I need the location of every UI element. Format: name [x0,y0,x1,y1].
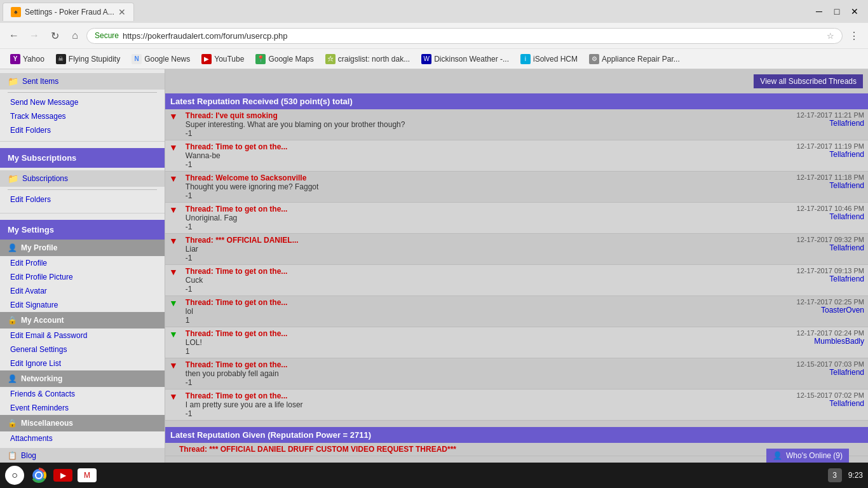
edit-folders-link-2[interactable]: Edit Folders [0,193,165,207]
sent-items-link[interactable]: Sent Items [22,77,58,86]
event-reminders-link[interactable]: Event Reminders [0,401,165,415]
bookmark-star-icon[interactable]: ☆ [827,31,834,41]
maximize-button[interactable]: □ [829,3,845,20]
extensions-button[interactable]: ⋮ [845,27,863,44]
sidebar: 📁 Sent Items Send New Message Track Mess… [0,69,165,488]
rep-user-link[interactable]: Tellafriend [829,150,864,159]
rep-user-link[interactable]: Tellafriend [829,119,864,128]
subscriptions-row: 📁 Subscriptions [0,170,165,187]
rep-thread-link[interactable]: Thread: Time to get on the... [186,329,287,338]
edit-email-password-link[interactable]: Edit Email & Password [0,329,165,342]
rep-user-link[interactable]: Tellafriend [829,181,864,190]
rep-given-table: Thread: *** OFFICIAL DANIEL DRUFF CUSTOM… [165,443,868,456]
edit-folders-link-1[interactable]: Edit Folders [0,123,165,137]
rep-received-header: Latest Reputation Received (530 point(s)… [165,93,868,109]
edit-ignore-list-link[interactable]: Edit Ignore List [0,356,165,370]
rep-user-link[interactable]: Tellafriend [829,368,864,377]
tab-close-button[interactable]: ✕ [118,7,126,17]
rep-content-cell: Thread: Time to get on the... Unoriginal… [182,203,697,234]
rep-thread-link[interactable]: Thread: Welcome to Sacksonville [186,173,307,182]
blog-link[interactable]: Blog [21,451,36,460]
rep-meta-cell: 12-17-2017 11:21 PM Tellafriend [697,109,868,140]
rep-user-link[interactable]: Tellafriend [829,212,864,221]
settings-title-text: My Settings [8,225,54,234]
rep-user-link[interactable]: Tellafriend [829,243,864,252]
whos-online-bar[interactable]: 👤 Who's Online (9) [766,449,849,463]
rep-thread-link[interactable]: Thread: Time to get on the... [186,142,287,151]
rep-thread-link[interactable]: Thread: Time to get on the... [186,205,287,214]
rep-given-content: Thread: *** OFFICIAL DANIEL DRUFF CUSTOM… [175,443,868,456]
rep-thread-link[interactable]: Thread: *** OFFICIAL DANIEL... [186,236,299,245]
negative-rep-icon: ▼ [169,391,178,402]
rep-meta-cell: 12-17-2017 09:32 PM Tellafriend [697,234,868,265]
rep-user-link[interactable]: MumblesBadly [814,337,864,346]
taskbar-chrome-icon[interactable] [29,466,48,485]
rep-indicator-cell: ▼ [165,109,182,140]
rep-indicator-cell: ▼ [165,234,182,265]
attachments-link[interactable]: Attachments [0,431,165,445]
rep-thread-link[interactable]: Thread: Time to get on the... [186,360,287,369]
rep-score-text: -1 [186,409,193,418]
friends-contacts-link[interactable]: Friends & Contacts [0,387,165,401]
youtube-icon: ▶ [201,54,212,64]
rep-user-link[interactable]: ToasterOven [821,306,864,315]
track-messages-link[interactable]: Track Messages [0,109,165,123]
rep-indicator-cell: ▼ [165,203,182,234]
edit-avatar-link[interactable]: Edit Avatar [0,284,165,298]
misc-header: 🔒 Miscellaneous [0,415,165,431]
taskbar-gmail-icon[interactable]: M [78,468,97,482]
bookmark-appliance-label: Appliance Repair Par... [602,55,680,64]
active-tab[interactable]: ♠ Settings - Poker Fraud A... ✕ [3,3,134,21]
google-news-icon: N [132,54,142,64]
edit-profile-picture-link[interactable]: Edit Profile Picture [0,270,165,284]
rep-given-thread[interactable]: Thread: *** OFFICIAL DANIEL DRUFF CUSTOM… [179,445,456,454]
rep-thread-link[interactable]: Thread: Time to get on the... [186,267,287,276]
rep-content-cell: Thread: Time to get on the... I am prett… [182,390,697,421]
account-lock-icon: 🔒 [8,316,17,325]
rep-indicator-cell: ▼ [165,327,182,358]
rep-given-row: Thread: *** OFFICIAL DANIEL DRUFF CUSTOM… [165,443,868,456]
edit-profile-link[interactable]: Edit Profile [0,256,165,270]
rep-received-row: ▼ Thread: Time to get on the... Unorigin… [165,203,868,234]
rep-comment-text: LOL! [186,338,202,347]
rep-comment-text: Super interesting. What are you blaming … [186,120,405,129]
bookmark-appliance[interactable]: ⚙ Appliance Repair Par... [584,53,685,65]
bookmark-craigslist[interactable]: ⛦ craigslist: north dak... [320,53,415,65]
rep-thread-link[interactable]: Thread: I've quit smoking [186,111,278,120]
send-new-message-link[interactable]: Send New Message [0,95,165,109]
rep-comment-text: Cuck [186,276,203,285]
rep-received-row: ▼ Thread: Time to get on the... I am pre… [165,390,868,421]
taskbar-start[interactable]: ○ [5,466,24,485]
subscriptions-link[interactable]: Subscriptions [22,174,68,183]
home-button[interactable]: ⌂ [66,27,84,44]
rep-date-text: 12-17-2017 02:25 PM [797,298,864,306]
negative-rep-icon: ▼ [169,205,178,215]
bookmark-youtube[interactable]: ▶ YouTube [196,53,249,65]
bookmark-isolved[interactable]: i iSolved HCM [515,53,583,65]
rep-indicator-cell: ▼ [165,296,182,327]
bookmark-flying-stupidity[interactable]: ☠ Flying Stupidity [51,53,125,65]
general-settings-link[interactable]: General Settings [0,342,165,356]
reload-button[interactable]: ↻ [46,27,64,44]
rep-score-text: 1 [186,347,190,356]
bookmark-dickinson-weather[interactable]: W Dickinson Weather -... [416,53,514,65]
rep-thread-link[interactable]: Thread: Time to get on the... [186,391,287,400]
close-button[interactable]: ✕ [846,3,863,20]
browser-chrome: ♠ Settings - Poker Fraud A... ✕ ─ □ ✕ ← … [0,0,868,69]
back-button[interactable]: ← [5,27,23,44]
taskbar-time: 9:23 [848,471,863,480]
edit-signature-link[interactable]: Edit Signature [0,298,165,312]
rep-user-link[interactable]: Tellafriend [829,274,864,283]
taskbar-youtube-icon[interactable]: ▶ [53,469,72,482]
rep-user-link[interactable]: Tellafriend [829,399,864,408]
bookmark-yahoo[interactable]: Y Yahoo [5,53,50,65]
svg-point-2 [36,473,41,478]
rep-thread-link[interactable]: Thread: Time to get on the... [186,298,287,307]
bookmark-google-news[interactable]: N Google News [126,53,195,65]
view-all-subscribed-button[interactable]: View all Subscribed Threads [754,74,863,88]
bookmark-google-maps[interactable]: 📍 Google Maps [250,53,318,65]
forward-button[interactable]: → [25,27,43,44]
address-field[interactable]: Secure https://pokerfraudalert.com/forum… [86,28,843,44]
profile-person-icon: 👤 [8,243,17,252]
minimize-button[interactable]: ─ [811,3,827,20]
